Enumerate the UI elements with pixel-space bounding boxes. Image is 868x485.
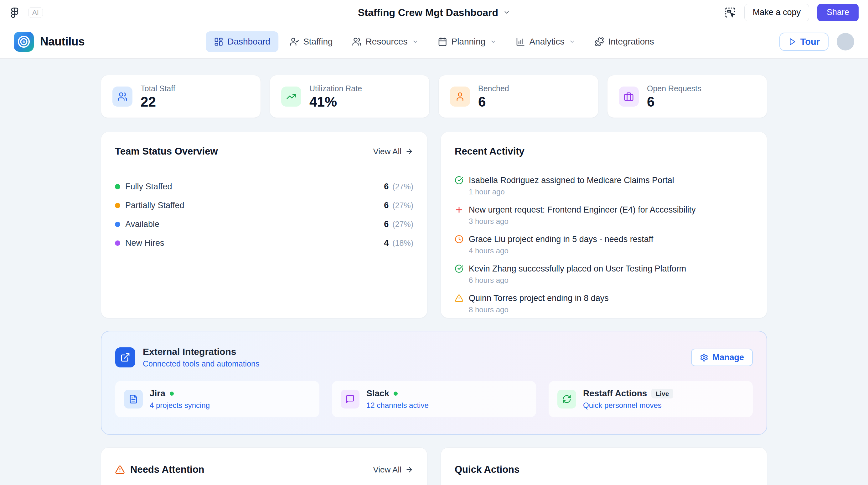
gear-icon bbox=[700, 353, 708, 362]
team-status-overview-panel: Team Status Overview View All Fully Staf… bbox=[101, 132, 427, 318]
chevron-down-icon bbox=[490, 38, 496, 45]
nav-label: Resources bbox=[366, 37, 408, 47]
nav-label: Dashboard bbox=[227, 37, 270, 47]
share-button[interactable]: Share bbox=[817, 4, 859, 21]
activity-time: 4 hours ago bbox=[469, 246, 753, 256]
main-nav: Dashboard Staffing Resources Planning An… bbox=[206, 31, 662, 52]
activity-list: Isabella Rodriguez assigned to Medicare … bbox=[455, 175, 753, 314]
legend-value: 6 bbox=[384, 182, 389, 192]
user-check-icon bbox=[290, 37, 299, 47]
activity-time: 8 hours ago bbox=[469, 305, 753, 314]
team-status-legend: Fully Staffed 6 (27%) Partially Staffed … bbox=[115, 177, 413, 252]
activity-item: Quinn Torres project ending in 8 days 8 … bbox=[455, 293, 753, 314]
users-icon bbox=[113, 87, 132, 107]
document-title: Staffing Crew Mgt Dashboard bbox=[358, 7, 498, 18]
activity-text: Isabella Rodriguez assigned to Medicare … bbox=[469, 175, 674, 185]
tour-button[interactable]: Tour bbox=[779, 33, 829, 51]
puzzle-icon bbox=[595, 37, 604, 47]
integration-status: 4 projects syncing bbox=[150, 401, 210, 410]
integration-status: Quick personnel moves bbox=[583, 401, 673, 410]
brand-logo[interactable]: Nautilus bbox=[14, 32, 85, 52]
activity-text: Grace Liu project ending in 5 days - nee… bbox=[469, 234, 653, 244]
integration-card-jira[interactable]: Jira 4 projects syncing bbox=[115, 381, 319, 417]
integration-card-slack[interactable]: Slack 12 channels active bbox=[332, 381, 536, 417]
stat-label: Utilization Rate bbox=[309, 84, 362, 93]
integration-name: Jira bbox=[150, 389, 165, 398]
message-square-icon bbox=[341, 390, 360, 408]
file-text-icon bbox=[124, 390, 143, 408]
quick-actions-panel: Quick Actions bbox=[441, 447, 767, 485]
online-status-dot bbox=[170, 392, 174, 396]
legend-percent: (18%) bbox=[392, 238, 413, 248]
integration-card-restaff-actions[interactable]: Restaff Actions Live Quick personnel mov… bbox=[549, 381, 753, 417]
nav-item-planning[interactable]: Planning bbox=[430, 31, 504, 52]
bar-chart-icon bbox=[516, 37, 525, 47]
activity-text: Kevin Zhang successfully placed on User … bbox=[469, 264, 686, 274]
document-title-dropdown[interactable]: Staffing Crew Mgt Dashboard bbox=[358, 7, 510, 18]
needs-attention-view-all-link[interactable]: View All bbox=[373, 465, 413, 475]
legend-row-partially-staffed: Partially Staffed 6 (27%) bbox=[115, 196, 413, 215]
make-a-copy-button[interactable]: Make a copy bbox=[744, 4, 809, 21]
legend-label: Available bbox=[125, 220, 159, 229]
stat-card-total-staff: Total Staff 22 bbox=[101, 75, 261, 118]
panel-title: Needs Attention bbox=[130, 464, 205, 475]
manage-button[interactable]: Manage bbox=[691, 349, 753, 366]
chevron-down-icon bbox=[412, 38, 418, 45]
activity-text: Quinn Torres project ending in 8 days bbox=[469, 293, 609, 303]
stat-value: 41% bbox=[309, 95, 362, 109]
stat-label: Total Staff bbox=[141, 84, 175, 93]
figma-logo-icon[interactable] bbox=[9, 7, 20, 18]
avatar[interactable] bbox=[837, 33, 854, 51]
users-icon bbox=[352, 37, 362, 47]
legend-row-fully-staffed: Fully Staffed 6 (27%) bbox=[115, 177, 413, 196]
nautilus-logo-icon bbox=[14, 32, 34, 52]
alert-triangle-icon bbox=[115, 465, 125, 475]
panel-title: Team Status Overview bbox=[115, 146, 218, 157]
status-dot bbox=[115, 184, 120, 189]
stat-value: 22 bbox=[141, 95, 175, 109]
legend-label: Fully Staffed bbox=[125, 182, 172, 192]
panel-title: Recent Activity bbox=[455, 146, 525, 157]
needs-attention-panel: Needs Attention View All bbox=[101, 447, 427, 485]
tour-label: Tour bbox=[800, 37, 820, 47]
status-dot bbox=[115, 203, 120, 208]
panel-title: Quick Actions bbox=[455, 464, 520, 475]
integration-name: Slack bbox=[366, 389, 389, 398]
nav-item-integrations[interactable]: Integrations bbox=[587, 31, 662, 52]
activity-item: Isabella Rodriguez assigned to Medicare … bbox=[455, 175, 753, 197]
section-subtitle: Connected tools and automations bbox=[143, 359, 259, 368]
arrow-right-icon bbox=[405, 465, 413, 474]
check-circle-icon bbox=[455, 176, 463, 184]
calendar-icon bbox=[438, 37, 447, 47]
plus-icon bbox=[455, 205, 463, 214]
nav-item-resources[interactable]: Resources bbox=[344, 31, 427, 52]
recent-activity-panel: Recent Activity Isabella Rodriguez assig… bbox=[441, 132, 767, 318]
external-link-icon bbox=[115, 347, 135, 367]
legend-percent: (27%) bbox=[392, 201, 413, 210]
nav-item-staffing[interactable]: Staffing bbox=[281, 31, 341, 52]
legend-row-new-hires: New Hires 4 (18%) bbox=[115, 234, 413, 252]
play-icon bbox=[788, 38, 796, 46]
legend-value: 6 bbox=[384, 220, 389, 229]
external-integrations-section: External Integrations Connected tools an… bbox=[101, 331, 767, 435]
nav-label: Staffing bbox=[303, 37, 333, 47]
activity-text: New urgent request: Frontend Engineer (E… bbox=[469, 205, 696, 215]
legend-row-available: Available 6 (27%) bbox=[115, 215, 413, 234]
main-content: Total Staff 22 Utilization Rate 41% Benc… bbox=[101, 59, 767, 485]
ai-badge: AI bbox=[28, 7, 43, 18]
team-status-view-all-link[interactable]: View All bbox=[373, 147, 413, 156]
user-icon bbox=[450, 87, 470, 107]
activity-time: 6 hours ago bbox=[469, 276, 753, 285]
activity-item: Grace Liu project ending in 5 days - nee… bbox=[455, 234, 753, 256]
stat-value: 6 bbox=[647, 95, 702, 109]
legend-percent: (27%) bbox=[392, 182, 413, 191]
top-chrome-bar: AI Staffing Crew Mgt Dashboard Make a co… bbox=[0, 0, 868, 25]
nav-item-dashboard[interactable]: Dashboard bbox=[206, 31, 278, 52]
stat-card-benched: Benched 6 bbox=[438, 75, 598, 118]
alert-triangle-icon bbox=[455, 294, 463, 303]
activity-item: Kevin Zhang successfully placed on User … bbox=[455, 264, 753, 285]
nav-item-analytics[interactable]: Analytics bbox=[507, 31, 583, 52]
select-region-icon[interactable] bbox=[724, 7, 736, 19]
briefcase-icon bbox=[619, 87, 639, 107]
chevron-down-icon bbox=[503, 9, 510, 16]
